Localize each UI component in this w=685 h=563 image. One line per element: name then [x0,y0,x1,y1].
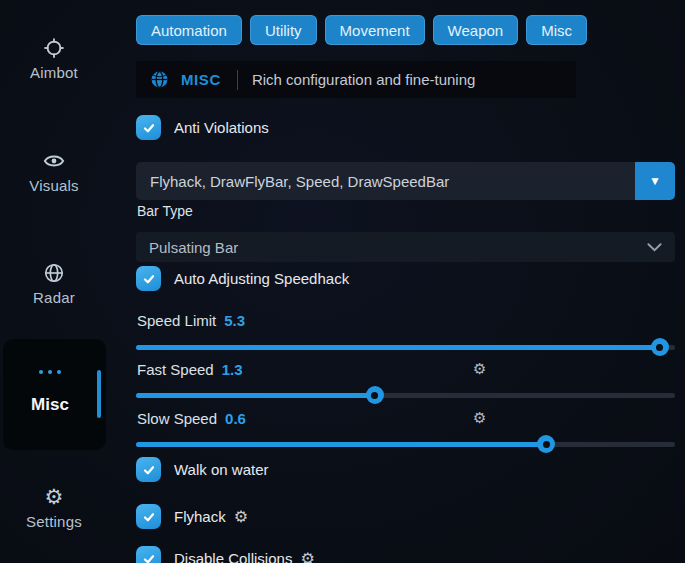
sidebar-label: Visuals [0,177,108,194]
divider [237,70,238,90]
sidebar-label: Misc [3,395,97,415]
gear-icon: ⚙ [0,485,108,509]
tab-misc[interactable]: Misc [526,15,587,45]
checkmark-icon [142,552,156,563]
sidebar-label: Settings [0,513,108,530]
sidebar-item-aimbot[interactable]: Aimbot [0,36,108,81]
eye-icon [0,149,108,173]
sidebar: Aimbot Visuals Radar Misc ⚙ Settings [0,0,130,563]
tab-utility[interactable]: Utility [250,15,317,45]
anti-violations-checkbox[interactable] [136,115,161,140]
speed-limit-slider[interactable] [136,338,675,356]
fast-speed-slider[interactable] [136,386,675,404]
crosshair-icon [0,36,108,60]
category-tabs: Automation Utility Movement Weapon Misc [136,15,587,45]
bar-type-selected-value: Pulsating Bar [149,239,238,256]
walk-on-water-row: Walk on water [136,457,268,482]
sidebar-item-settings[interactable]: ⚙ Settings [0,485,108,530]
walk-on-water-label: Walk on water [174,461,268,478]
disable-collisions-label: Disable Collisions [174,550,292,563]
speed-limit-label: Speed Limit [137,312,216,329]
disable-collisions-row: Disable Collisions ⚙ [136,546,315,563]
slider-thumb[interactable] [651,338,669,356]
tab-automation[interactable]: Automation [136,15,242,45]
flyhack-gear-icon[interactable]: ⚙ [234,509,248,525]
dropdown-arrow-icon: ▼ [649,174,661,188]
slow-speed-gear-icon[interactable]: ⚙ [473,411,486,426]
checkmark-icon [142,463,156,477]
sidebar-label: Radar [0,289,108,306]
anti-violations-row: Anti Violations [136,115,269,140]
flyhack-label: Flyhack [174,508,226,525]
anti-violations-label: Anti Violations [174,119,269,136]
globe-icon [0,261,108,285]
bar-type-select[interactable]: Pulsating Bar [136,232,675,262]
auto-adjusting-speedhack-checkbox[interactable] [136,266,161,291]
checkmark-icon [142,121,156,135]
sidebar-item-misc-selected[interactable]: Misc [3,339,106,450]
slider-thumb[interactable] [366,386,384,404]
slow-speed-slider[interactable] [136,435,675,453]
bars-multiselect-value[interactable]: Flyhack, DrawFlyBar, Speed, DrawSpeedBar [136,162,635,200]
section-header: MISC Rich configuration and fine-tuning [136,61,576,98]
globe-icon [150,70,169,89]
disable-collisions-gear-icon[interactable]: ⚙ [300,551,314,563]
speed-limit-label-row: Speed Limit 5.3 [137,310,675,330]
flyhack-row: Flyhack ⚙ [136,504,248,529]
fast-speed-label-row: Fast Speed 1.3 ⚙ [137,359,675,379]
slow-speed-value: 0.6 [225,410,246,427]
slider-fill [136,442,546,447]
fast-speed-label: Fast Speed [137,361,214,378]
fast-speed-value: 1.3 [222,361,243,378]
checkmark-icon [142,510,156,524]
auto-adjusting-speedhack-label: Auto Adjusting Speedhack [174,270,349,287]
tab-movement[interactable]: Movement [325,15,425,45]
dropdown-arrow-button[interactable]: ▼ [635,162,675,200]
slider-thumb[interactable] [537,435,555,453]
section-title: MISC [181,71,221,88]
disable-collisions-checkbox[interactable] [136,546,161,563]
auto-adjusting-speedhack-row: Auto Adjusting Speedhack [136,266,349,291]
slider-fill [136,393,375,398]
speed-limit-value: 5.3 [224,312,245,329]
walk-on-water-checkbox[interactable] [136,457,161,482]
sidebar-item-radar[interactable]: Radar [0,261,108,306]
slider-fill [136,345,660,350]
bars-multiselect: Flyhack, DrawFlyBar, Speed, DrawSpeedBar… [136,162,675,200]
section-subtitle: Rich configuration and fine-tuning [252,71,475,88]
misc-panel: Automation Utility Movement Weapon Misc … [136,0,675,563]
active-indicator-bar [97,370,101,418]
checkmark-icon [142,272,156,286]
tab-weapon[interactable]: Weapon [433,15,519,45]
flyhack-checkbox[interactable] [136,504,161,529]
sidebar-item-visuals[interactable]: Visuals [0,149,108,194]
slow-speed-label: Slow Speed [137,410,217,427]
chevron-down-icon [647,243,662,252]
bar-type-label: Bar Type [137,203,193,219]
sidebar-label: Aimbot [0,64,108,81]
slow-speed-label-row: Slow Speed 0.6 ⚙ [137,408,675,428]
ellipsis-icon [3,370,97,374]
fast-speed-gear-icon[interactable]: ⚙ [473,362,486,377]
